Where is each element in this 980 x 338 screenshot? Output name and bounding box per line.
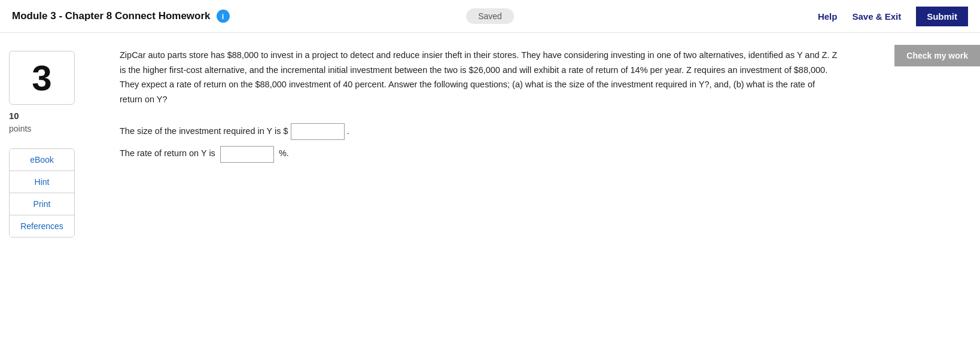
answer-line2-suffix: %.	[279, 148, 289, 158]
ebook-button[interactable]: eBook	[10, 149, 74, 171]
left-sidebar: 3 10 points eBook Hint Print References	[0, 45, 108, 243]
points-label: points	[9, 124, 99, 133]
check-my-work-button[interactable]: Check my work	[894, 45, 980, 66]
hint-button[interactable]: Hint	[10, 171, 74, 193]
question-area: Check my work ZipCar auto parts store ha…	[108, 45, 980, 243]
answer-area: The size of the investment required in Y…	[120, 122, 962, 164]
question-text: ZipCar auto parts store has $88,000 to i…	[120, 48, 838, 107]
points-section: 10 points	[9, 111, 99, 133]
answer-line2-prefix: The rate of return on Y is	[120, 148, 215, 158]
points-value: 10	[9, 111, 99, 121]
saved-badge: Saved	[466, 8, 514, 24]
answer-line-2: The rate of return on Y is %.	[120, 144, 962, 163]
answer-line-1: The size of the investment required in Y…	[120, 122, 962, 141]
sidebar-buttons: eBook Hint Print References	[9, 148, 75, 237]
rate-of-return-input[interactable]	[220, 146, 274, 163]
page-title: Module 3 - Chapter 8 Connect Homework	[12, 10, 211, 22]
info-icon[interactable]: i	[217, 10, 230, 23]
save-exit-link[interactable]: Save & Exit	[852, 11, 901, 22]
answer-line1-suffix: .	[347, 126, 349, 136]
submit-button[interactable]: Submit	[916, 7, 968, 26]
investment-input[interactable]	[291, 123, 345, 140]
header-right: Help Save & Exit Submit	[818, 7, 968, 26]
references-button[interactable]: References	[10, 215, 74, 237]
answer-line1-prefix: The size of the investment required in Y…	[120, 126, 288, 136]
header: Module 3 - Chapter 8 Connect Homework i …	[0, 0, 980, 33]
question-number-box: 3	[9, 51, 75, 105]
main-content: 3 10 points eBook Hint Print References …	[0, 33, 980, 255]
help-link[interactable]: Help	[818, 11, 838, 22]
print-button[interactable]: Print	[10, 193, 74, 215]
question-number: 3	[32, 57, 51, 99]
